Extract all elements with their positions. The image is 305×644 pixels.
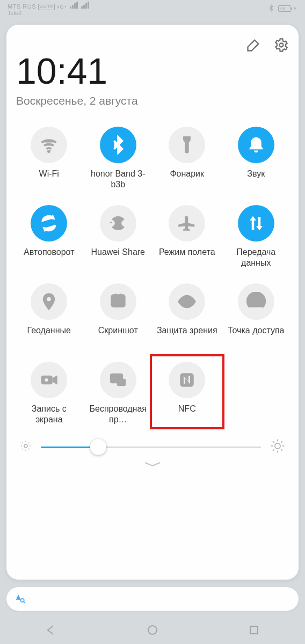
tile-label: Передача данных <box>224 247 288 269</box>
flashlight-icon <box>177 135 197 155</box>
svg-point-0 <box>280 43 284 47</box>
tile-label: Скриншот <box>86 325 150 348</box>
tile-nfc[interactable]: NFC <box>154 362 220 426</box>
flashlight-toggle[interactable] <box>169 127 205 163</box>
tile-record[interactable]: Запись с экрана <box>16 362 82 426</box>
search-app-icon <box>14 592 26 606</box>
nfc-icon <box>177 370 197 390</box>
svg-rect-36 <box>250 626 258 634</box>
tile-airplane[interactable]: Режим полета <box>154 205 220 269</box>
carrier-names: MTS RUS VoLTE 4G+ Tele2 <box>8 2 89 16</box>
airplane-icon <box>177 214 197 233</box>
bell-toggle[interactable] <box>238 127 274 163</box>
tile-label: Защита зрения <box>155 325 219 348</box>
svg-line-31 <box>281 441 282 443</box>
svg-point-4 <box>47 297 52 302</box>
data-icon <box>246 214 266 233</box>
signal-bars-icon <box>70 2 78 9</box>
tile-label: Геоданные <box>17 325 81 348</box>
svg-line-23 <box>23 449 23 449</box>
nav-home-icon[interactable] <box>146 624 159 639</box>
tile-flashlight[interactable]: Фонарик <box>154 127 220 191</box>
svg-point-35 <box>148 626 157 634</box>
location-toggle[interactable] <box>31 283 67 320</box>
svg-line-20 <box>23 443 23 443</box>
svg-line-21 <box>28 449 29 449</box>
clock-time: 10:41 <box>16 53 289 89</box>
svg-point-24 <box>275 443 280 449</box>
tile-label: Huawei Share <box>86 247 150 269</box>
tile-eye[interactable]: Защита зрения <box>154 283 220 348</box>
rotate-icon <box>39 214 59 233</box>
svg-point-1 <box>48 150 50 153</box>
tile-bell[interactable]: Звук <box>223 127 289 191</box>
date-text: Воскресенье, 2 августа <box>16 94 289 107</box>
tile-wifi[interactable]: Wi-Fi <box>16 127 82 191</box>
nav-back-icon[interactable] <box>45 624 57 639</box>
expand-chevron-icon[interactable] <box>142 460 163 468</box>
airplane-toggle[interactable] <box>169 205 205 241</box>
bluetooth-icon <box>108 135 128 155</box>
rotate-toggle[interactable] <box>31 205 67 241</box>
svg-rect-2 <box>184 137 190 140</box>
data-toggle[interactable] <box>238 205 274 241</box>
svg-rect-13 <box>117 379 125 386</box>
svg-line-32 <box>273 449 274 451</box>
bell-icon <box>246 135 266 155</box>
tiles-grid: Wi-Fihonor Band 3-b3bФонарикЗвукАвтопово… <box>16 127 289 426</box>
share-toggle[interactable] <box>100 205 136 241</box>
tile-cast[interactable]: Беспро­водная пр… <box>85 362 151 426</box>
bluetooth-toggle[interactable] <box>100 127 136 163</box>
tile-label: NFC <box>155 404 219 426</box>
svg-point-15 <box>24 444 27 448</box>
eye-toggle[interactable] <box>169 283 205 320</box>
wifi-icon <box>39 135 59 155</box>
record-icon <box>39 370 59 390</box>
battery-icon: 98 <box>278 5 297 12</box>
tile-location[interactable]: Геоданные <box>16 283 82 348</box>
svg-line-22 <box>28 443 29 443</box>
tile-label: Звук <box>224 169 288 191</box>
record-toggle[interactable] <box>31 362 67 398</box>
cast-toggle[interactable] <box>100 362 136 398</box>
svg-point-8 <box>185 299 190 304</box>
tile-label: honor Band 3-b3b <box>86 169 150 191</box>
tile-rotate[interactable]: Автоповорот <box>16 205 82 269</box>
brightness-low-icon <box>19 440 32 455</box>
eye-icon <box>177 292 197 311</box>
tile-bluetooth[interactable]: honor Band 3-b3b <box>85 127 151 191</box>
nfc-toggle[interactable] <box>169 362 205 398</box>
hotspot-toggle[interactable] <box>238 283 274 320</box>
navigation-bar <box>0 618 305 644</box>
svg-line-29 <box>273 441 274 443</box>
tile-data[interactable]: Передача данных <box>223 205 289 269</box>
tile-label: Автоповорот <box>17 247 81 269</box>
tile-label: Режим полета <box>155 247 219 269</box>
wifi-toggle[interactable] <box>31 127 67 163</box>
tile-share[interactable]: Huawei Share <box>85 205 151 269</box>
bluetooth-status-icon <box>267 4 275 13</box>
brightness-row <box>16 438 289 456</box>
svg-point-6 <box>114 302 117 305</box>
nav-recent-icon[interactable] <box>248 624 260 639</box>
brightness-slider[interactable] <box>41 447 261 448</box>
svg-line-34 <box>24 602 25 603</box>
brightness-thumb[interactable] <box>90 439 106 455</box>
brightness-high-icon <box>270 438 286 456</box>
search-bar[interactable] <box>6 587 299 611</box>
location-icon <box>39 292 59 311</box>
hotspot-icon <box>246 292 266 311</box>
tile-hotspot[interactable]: Точка доступа <box>223 283 289 348</box>
svg-point-11 <box>45 378 48 382</box>
tile-screenshot[interactable]: Скриншот <box>85 283 151 348</box>
svg-point-33 <box>20 598 24 602</box>
tile-label: Точка доступа <box>224 325 288 348</box>
svg-point-7 <box>119 302 122 305</box>
cast-icon <box>108 370 128 390</box>
tile-label: Wi-Fi <box>17 169 81 191</box>
tile-label: Фонарик <box>155 169 219 191</box>
net-badge-icon: 4G+ <box>57 4 67 10</box>
screenshot-toggle[interactable] <box>100 283 136 320</box>
tile-label: Запись с экрана <box>17 404 81 426</box>
tile-label: Беспро­водная пр… <box>86 404 150 426</box>
